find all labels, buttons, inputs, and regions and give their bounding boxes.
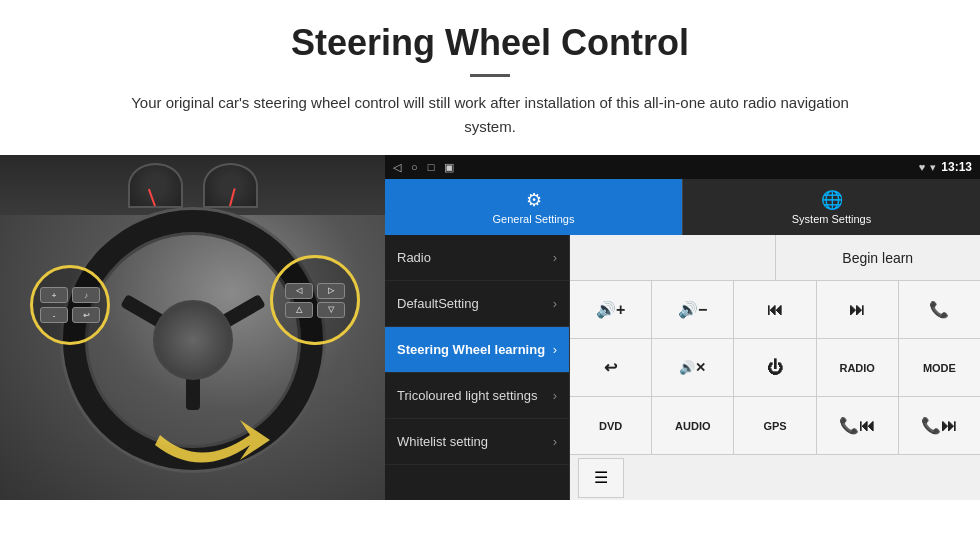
radio-label: RADIO [839,362,874,374]
menu-chevron-steering: › [553,342,557,357]
gps-label: GPS [763,420,786,432]
top-control-row: Begin learn [570,235,980,281]
menu-item-radio[interactable]: Radio › [385,235,569,281]
menu-item-tricoloured-label: Tricoloured light settings [397,388,537,403]
btn-vol-up[interactable]: 🔊+ [570,281,651,338]
btn-vol-down[interactable]: 🔊− [652,281,733,338]
general-settings-label: General Settings [493,213,575,225]
menu-item-radio-label: Radio [397,250,431,265]
gauge-left [128,163,183,208]
btn-volume-up: + [40,287,68,303]
list-icon: ☰ [594,468,608,487]
gauge-cluster [128,163,258,208]
system-settings-label: System Settings [792,213,871,225]
settings-tabs: ⚙ General Settings 🌐 System Settings [385,179,980,235]
right-button-cluster: ◁ ▷ △ ▽ [270,255,360,345]
list-icon-button[interactable]: ☰ [578,458,624,498]
btn-down: ▽ [317,302,345,318]
location-icon: ♥ [919,161,926,173]
menu-item-steering-wheel[interactable]: Steering Wheel learning › [385,327,569,373]
btn-call: ↩ [72,307,100,323]
system-settings-icon: 🌐 [821,189,843,211]
phone-next-icon: 📞⏭ [921,416,957,435]
btn-next-right: ▷ [317,283,345,299]
title-divider [470,74,510,77]
audio-label: AUDIO [675,420,710,432]
vol-up-icon: 🔊+ [596,300,625,319]
menu-item-tricoloured[interactable]: Tricoloured light settings › [385,373,569,419]
general-settings-icon: ⚙ [526,189,542,211]
signal-icon: ▾ [930,161,936,174]
phone-prev-icon: 📞⏮ [839,416,875,435]
dvd-label: DVD [599,420,622,432]
menu-item-steering-label: Steering Wheel learning [397,342,545,357]
mute-icon: 🔊✕ [679,360,706,375]
menu-chevron-default: › [553,296,557,311]
btn-dvd[interactable]: DVD [570,397,651,454]
main-content: + ♪ - ↩ [0,155,980,500]
btn-prev-track[interactable]: ⏮ [734,281,815,338]
btn-radio[interactable]: RADIO [817,339,898,396]
car-image-area: + ♪ - ↩ [0,155,385,500]
btn-audio[interactable]: AUDIO [652,397,733,454]
screenshot-icon: ▣ [444,161,454,174]
btn-next-track[interactable]: ⏭ [817,281,898,338]
btn-row-top-right: ◁ ▷ [285,283,345,299]
btn-phone[interactable]: 📞 [899,281,980,338]
status-bar: ◁ ○ □ ▣ ♥ ▾ 13:13 [385,155,980,179]
status-bar-right: ♥ ▾ 13:13 [919,160,972,174]
recents-icon: □ [428,161,435,173]
menu-item-default-label: DefaultSetting [397,296,479,311]
back-icon: ◁ [393,161,401,174]
header-section: Steering Wheel Control Your original car… [0,0,980,155]
btn-mode[interactable]: MODE [899,339,980,396]
menu-chevron-tricoloured: › [553,388,557,403]
phone-icon: 📞 [929,300,949,319]
menu-item-whitelist[interactable]: Whitelist setting › [385,419,569,465]
begin-learn-button[interactable]: Begin learn [776,235,981,280]
prev-track-icon: ⏮ [767,301,783,319]
menu-item-whitelist-label: Whitelist setting [397,434,488,449]
menu-item-default-setting[interactable]: DefaultSetting › [385,281,569,327]
mode-label: MODE [923,362,956,374]
btn-up: △ [285,302,313,318]
btn-row-mid-right: △ ▽ [285,302,345,318]
btn-mode: ♪ [72,287,100,303]
status-time: 13:13 [941,160,972,174]
btn-phone-prev[interactable]: 📞⏮ [817,397,898,454]
menu-chevron-radio: › [553,250,557,265]
steering-background: + ♪ - ↩ [0,155,385,500]
btn-mute[interactable]: 🔊✕ [652,339,733,396]
btn-prev: ◁ [285,283,313,299]
return-icon: ↩ [604,358,617,377]
btn-return[interactable]: ↩ [570,339,651,396]
home-icon: ○ [411,161,418,173]
tab-system-settings[interactable]: 🌐 System Settings [682,179,980,235]
power-icon: ⏻ [767,359,783,377]
header-description: Your original car's steering wheel contr… [130,91,850,139]
android-panel: ◁ ○ □ ▣ ♥ ▾ 13:13 ⚙ General Settings 🌐 S… [385,155,980,500]
btn-row-bottom-left: - ↩ [40,307,100,323]
dashboard-top [0,155,385,215]
gauge-needle-left [148,189,156,207]
status-bar-left: ◁ ○ □ ▣ [393,161,454,174]
controls-panel: Begin learn 🔊+ 🔊− ⏮ ⏭ [570,235,980,500]
gauge-right [203,163,258,208]
page-title: Steering Wheel Control [40,22,940,64]
btn-power[interactable]: ⏻ [734,339,815,396]
empty-cell [570,235,776,280]
menu-list: Radio › DefaultSetting › Steering Wheel … [385,235,570,500]
bottom-control-row: ☰ [570,454,980,500]
content-area: Radio › DefaultSetting › Steering Wheel … [385,235,980,500]
btn-gps[interactable]: GPS [734,397,815,454]
controls-grid: 🔊+ 🔊− ⏮ ⏭ 📞 ↩ [570,281,980,454]
btn-volume-down: - [40,307,68,323]
menu-chevron-whitelist: › [553,434,557,449]
arrow-indicator [150,390,280,480]
wheel-center [153,300,233,380]
left-button-cluster: + ♪ - ↩ [30,265,110,345]
gauge-needle-right [229,188,236,206]
btn-phone-next[interactable]: 📞⏭ [899,397,980,454]
tab-general-settings[interactable]: ⚙ General Settings [385,179,682,235]
btn-row-top-left: + ♪ [40,287,100,303]
